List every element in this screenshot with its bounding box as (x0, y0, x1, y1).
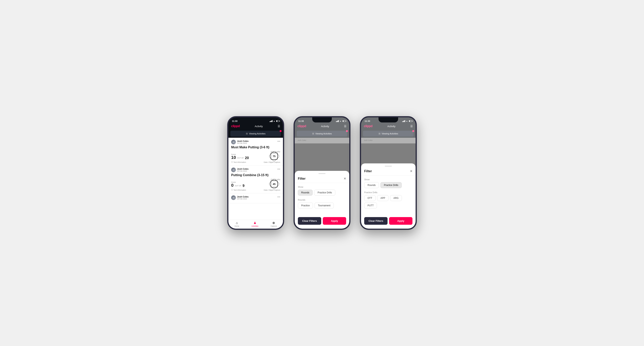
app-logo-2: clippd (298, 124, 306, 128)
viewing-bar-text-2: Viewing Activities (315, 133, 332, 135)
wifi-icon-3: ▲ (406, 120, 408, 122)
bg-card-2: Josh Coles (295, 138, 349, 143)
filter-modal-3: Filter ✕ Show Rounds Pra (361, 164, 416, 229)
user-date-1: 28 Feb 2023 (237, 142, 248, 144)
activity-card-1: JC Josh Coles 28 Feb 2023 ••• Must Make … (228, 138, 283, 166)
phone-2: 11:33 ▲ (294, 116, 350, 230)
dim-overlay-3: Josh Coles Filter ✕ Show (361, 138, 416, 229)
rounds-label-2: Rounds (298, 199, 346, 201)
viewing-bar-3: ⊞ Viewing Activities (363, 131, 414, 137)
modal-close-2[interactable]: ✕ (344, 177, 346, 180)
score-total-2: 9 (242, 184, 244, 187)
modal-handle-2 (318, 173, 326, 174)
modal-body-2: Show Rounds Practice Drills Rounds (295, 183, 349, 214)
notch-2 (312, 117, 332, 123)
apply-button-2[interactable]: Apply (323, 217, 346, 225)
modal-header-3: Filter ✕ (361, 169, 416, 175)
more-menu-3[interactable]: ••• (277, 195, 280, 198)
more-menu-2[interactable]: ••• (277, 168, 280, 171)
status-icons-2: ▲ (336, 120, 346, 122)
info-icon-1: ⓘ (231, 161, 233, 164)
battery-icon-3 (409, 120, 412, 122)
nav-activities[interactable]: ♟ Activities (251, 221, 258, 227)
activity-card-2: JC Josh Coles 28 Feb 2023 ••• Putting Co… (228, 166, 283, 193)
chip-tournament-2[interactable]: Tournament (314, 203, 334, 208)
shot-quality-badge-2: 45 (270, 180, 278, 187)
modal-footer-2: Clear Filters Apply (295, 214, 349, 229)
chip-practice-2[interactable]: Practice (298, 203, 313, 208)
battery-icon (276, 120, 280, 122)
hamburger-icon[interactable]: ☰ (278, 125, 280, 128)
app-logo: clippd (231, 124, 240, 128)
score-value-2: 0 (231, 183, 234, 187)
notch-3 (378, 117, 398, 123)
filter-modal-2: Filter ✕ Show Rounds Pra (295, 171, 349, 229)
avatar-3: JC (231, 195, 236, 200)
status-time-3: 11:33 (364, 120, 370, 122)
clear-filters-button-2[interactable]: Clear Filters (298, 217, 321, 225)
app-title-2: Activity (321, 125, 329, 128)
chip-arg-3[interactable]: ARG (390, 195, 402, 201)
signal-icon-3 (402, 120, 405, 122)
chip-ott-3[interactable]: OTT (364, 195, 376, 201)
user-date-3: 28 Feb 2023 (237, 198, 248, 200)
chip-rounds-2[interactable]: Rounds (298, 190, 312, 195)
chip-practice-drills-3[interactable]: Practice Drills (380, 182, 402, 188)
user-name-3: Josh Coles (237, 195, 248, 198)
signal-icon-2 (336, 120, 339, 122)
nav-capture[interactable]: ⊕ Capture (270, 221, 277, 227)
home-icon: ⌂ (236, 221, 238, 225)
bg-card-3: Josh Coles (361, 138, 416, 143)
viewing-bar[interactable]: ⊞ Viewing Activities (230, 131, 281, 137)
data-source-1: Data: Clippd Capture (264, 161, 280, 163)
modal-title-3: Filter (364, 170, 372, 173)
app-title: Activity (255, 125, 263, 128)
chip-putt-3[interactable]: PUTT (364, 203, 377, 208)
status-icons: ▲ (270, 120, 280, 122)
status-time-2: 11:33 (298, 120, 304, 122)
notification-dot-3 (412, 130, 414, 132)
chip-practice-drills-2[interactable]: Practice Drills (314, 190, 335, 195)
more-menu-1[interactable]: ••• (277, 140, 280, 143)
capture-icon: ⊕ (272, 221, 275, 225)
viewing-bar-2: ⊞ Viewing Activities (297, 131, 347, 137)
status-icons-3: ▲ (402, 120, 412, 122)
data-source-2: Data: Clippd Capture (264, 189, 280, 191)
signal-icon (270, 120, 272, 122)
viewing-bar-text: Viewing Activities (249, 133, 266, 135)
apply-button-3[interactable]: Apply (389, 217, 412, 225)
activity-title-2: Putting Combine (3-15 ft) (231, 173, 280, 177)
activity-card-3: JC Josh Coles 28 Feb 2023 ••• (228, 193, 283, 203)
avatar-2: JC (231, 168, 236, 172)
app-header-2: clippd Activity ☰ (295, 124, 349, 130)
notification-dot (280, 130, 282, 132)
shot-quality-badge-1: 75 (270, 153, 278, 160)
stats-row-1: Score 10 OUT OF 20 Shot Quality (231, 151, 280, 160)
modal-handle-3 (385, 166, 392, 167)
wifi-icon-2: ▲ (340, 120, 342, 122)
clear-filters-button-3[interactable]: Clear Filters (364, 217, 388, 225)
out-of-1: OUT OF (237, 157, 244, 159)
user-date-2: 28 Feb 2023 (237, 170, 248, 172)
viewing-bar-text-3: Viewing Activities (382, 133, 398, 135)
chip-app-3[interactable]: APP (377, 195, 388, 201)
show-chips-2: Rounds Practice Drills (298, 190, 346, 195)
phones-container: 11:33 ▲ (227, 116, 417, 230)
app-title-3: Activity (387, 125, 396, 128)
user-name-2: Josh Coles (237, 168, 248, 170)
show-label-2: Show (298, 186, 346, 188)
modal-close-3[interactable]: ✕ (410, 169, 412, 173)
stats-row-2: Score 0 OUT OF 9 Shot Quality (231, 178, 280, 187)
app-header-3: clippd Activity ☰ (361, 124, 416, 130)
nav-activities-label: Activities (251, 225, 258, 227)
modal-footer-3: Clear Filters Apply (361, 214, 416, 229)
notification-dot-2 (346, 130, 348, 132)
activity-title-1: Must Make Putting (3-6 ft) (231, 146, 280, 149)
filter-overlay-2: Filter ✕ Show Rounds Pra (295, 171, 349, 229)
activity-list: JC Josh Coles 28 Feb 2023 ••• Must Make … (228, 138, 283, 229)
nav-home[interactable]: ⌂ Home (234, 221, 239, 227)
activities-icon: ♟ (254, 221, 256, 225)
wifi-icon: ▲ (273, 120, 275, 122)
practice-drill-chips-3: OTT APP ARG PUTT (364, 195, 412, 208)
chip-rounds-3[interactable]: Rounds (364, 182, 379, 188)
